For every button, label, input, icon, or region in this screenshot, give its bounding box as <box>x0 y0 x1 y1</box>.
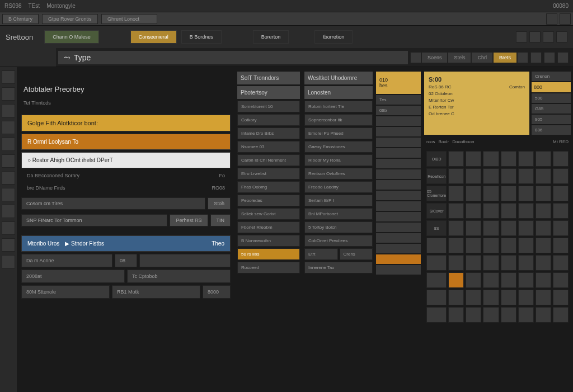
key[interactable] <box>518 290 534 305</box>
item-orange[interactable]: R Ormrl Loolysan To <box>21 134 231 150</box>
key[interactable] <box>483 186 499 201</box>
key[interactable] <box>553 307 569 323</box>
d-row[interactable] <box>376 159 421 168</box>
b-item[interactable]: B Nonmeooihn <box>237 235 300 247</box>
r2b[interactable]: Tc Cptobob <box>127 270 231 283</box>
strip-2[interactable]: Perhest RS <box>170 214 208 226</box>
key[interactable] <box>536 203 551 219</box>
tabbar-sq-2[interactable] <box>560 13 571 25</box>
toolbar-sq-2[interactable] <box>529 31 541 42</box>
key[interactable] <box>448 220 464 236</box>
r3c[interactable]: 8000 <box>203 285 231 299</box>
key[interactable] <box>501 186 516 201</box>
c-item[interactable]: Emorel Po Pheed <box>304 127 373 139</box>
d-row[interactable] <box>376 169 421 179</box>
b-item[interactable]: Nsoroee 03 <box>237 141 300 153</box>
key[interactable] <box>426 272 447 288</box>
d-row[interactable] <box>376 148 421 158</box>
key[interactable] <box>518 307 534 323</box>
c-bottom[interactable]: Innerene Tao <box>304 262 373 273</box>
c-item[interactable]: Gaeoy Emostones <box>304 141 373 153</box>
d-row[interactable] <box>376 212 421 221</box>
sr-4[interactable] <box>557 52 569 63</box>
d-row-orange[interactable] <box>376 254 421 264</box>
key[interactable] <box>536 168 551 184</box>
key[interactable] <box>466 203 481 219</box>
key[interactable] <box>553 220 569 236</box>
side-cell[interactable] <box>2 87 15 101</box>
c-item[interactable]: Freodo Laedny <box>304 181 373 193</box>
key[interactable] <box>448 238 464 253</box>
key[interactable] <box>483 307 499 323</box>
c-item[interactable]: Rentson Ovtufines <box>304 168 373 180</box>
side-cell[interactable] <box>2 255 15 268</box>
key[interactable] <box>448 290 464 305</box>
key[interactable] <box>466 307 481 323</box>
key[interactable] <box>483 220 499 236</box>
key[interactable] <box>466 168 481 184</box>
strip-3[interactable]: TIN <box>210 214 231 226</box>
side-cell[interactable] <box>2 221 15 235</box>
toolbar-sq-1[interactable] <box>516 31 527 42</box>
key[interactable] <box>553 290 569 305</box>
r1c[interactable] <box>139 254 231 267</box>
key[interactable] <box>501 220 516 236</box>
b-item[interactable]: Rocoeed <box>237 262 300 273</box>
key[interactable] <box>483 238 499 253</box>
key[interactable] <box>536 238 551 253</box>
btn-right[interactable]: tborretion <box>314 30 353 44</box>
btn-dark[interactable]: Borerton <box>253 30 289 44</box>
side-cell[interactable] <box>2 104 15 117</box>
tab-3[interactable]: Ghrent Lonoct <box>101 14 157 24</box>
c-item[interactable]: Ribodr My Rona <box>304 154 373 166</box>
r1b[interactable]: 08 <box>115 254 137 267</box>
key[interactable] <box>553 186 569 201</box>
side-cell[interactable] <box>2 70 15 84</box>
b-item[interactable]: Cotkory <box>237 114 300 126</box>
r1a[interactable]: Da m Aonne <box>21 254 112 267</box>
key[interactable] <box>536 290 551 305</box>
d-row[interactable] <box>376 116 421 126</box>
key[interactable] <box>501 168 516 184</box>
btn-gold[interactable]: Conseenieral <box>130 30 177 44</box>
tab-1[interactable]: B Chrntery <box>2 14 39 24</box>
key[interactable] <box>448 255 464 271</box>
r3a[interactable]: 80M Sttenole <box>21 285 110 299</box>
key[interactable] <box>553 203 569 219</box>
key[interactable] <box>536 272 551 288</box>
key[interactable] <box>536 151 551 167</box>
side-cell[interactable] <box>2 154 15 168</box>
key[interactable] <box>448 151 464 167</box>
c-extra[interactable]: Crehs <box>340 248 373 260</box>
b-item[interactable]: Etro Lrwebst <box>237 168 300 180</box>
d-row[interactable] <box>376 127 421 136</box>
c-item[interactable]: 5 Tortoy Bolcn <box>304 221 373 233</box>
key[interactable] <box>536 307 551 323</box>
b-item[interactable]: Fhas Oobmg <box>237 181 300 193</box>
key[interactable] <box>483 203 499 219</box>
key[interactable] <box>536 186 551 201</box>
d-row[interactable]: Tes <box>376 95 421 105</box>
key[interactable] <box>426 238 447 253</box>
sr-2[interactable] <box>530 52 542 63</box>
key-orange[interactable] <box>448 272 464 288</box>
d-row[interactable]: 08b <box>376 106 421 115</box>
key[interactable] <box>536 220 551 236</box>
c-item[interactable]: Sopnerconbor ltk <box>304 114 373 126</box>
toolbar-sq-4[interactable] <box>556 31 567 42</box>
key[interactable] <box>501 203 516 219</box>
search-input[interactable]: ⤳Type <box>58 51 408 64</box>
r3b[interactable]: RB1 Motk <box>112 285 200 299</box>
c-extra[interactable]: Etrt <box>304 248 338 260</box>
key[interactable] <box>483 168 499 184</box>
key[interactable] <box>466 255 481 271</box>
key[interactable] <box>426 290 447 305</box>
key[interactable] <box>553 168 569 184</box>
key[interactable] <box>501 255 516 271</box>
key[interactable] <box>553 151 569 167</box>
c-item[interactable]: Sertam ErP I <box>304 195 373 206</box>
key[interactable] <box>518 220 534 236</box>
key[interactable] <box>518 203 534 219</box>
key[interactable] <box>518 272 534 288</box>
key[interactable] <box>518 238 534 253</box>
